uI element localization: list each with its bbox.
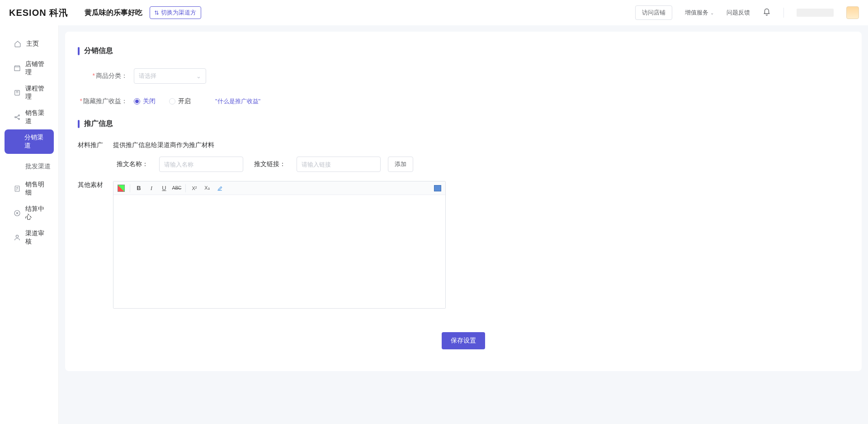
radio-close-label: 关闭: [143, 97, 156, 105]
eraser-icon[interactable]: [215, 183, 225, 193]
row-hide-income: *隐藏推广收益： 关闭 开启 "什么是推广收益": [78, 97, 849, 105]
row-category: *商品分类： 请选择 ⌄: [78, 68, 849, 84]
section-promotion-info: 推广信息: [78, 119, 849, 129]
rich-text-editor: B I U ABC X² X₂: [113, 181, 446, 309]
sidebar-item-store[interactable]: 店铺管理: [5, 56, 54, 81]
superscript-icon[interactable]: X²: [189, 183, 199, 193]
shop-name: 黄瓜味的乐事好吃: [85, 8, 142, 18]
toolbar-separator: [185, 184, 186, 192]
radio-open[interactable]: 开启: [169, 97, 191, 105]
material-desc: 提供推广信息给渠道商作为推广材料: [113, 141, 214, 149]
sidebar-item-label: 分销渠道: [24, 133, 45, 150]
value-service-link[interactable]: 增值服务 ⌄: [685, 9, 714, 17]
material-promo-label: 材料推广: [78, 141, 113, 149]
category-select[interactable]: 请选择 ⌄: [134, 68, 206, 84]
channel-icon: [14, 114, 21, 121]
switch-label: 切换为渠道方: [161, 9, 196, 17]
toolbar-separator: [130, 184, 130, 192]
course-icon: [14, 89, 21, 96]
section-distribution-info: 分销信息: [78, 46, 849, 56]
avatar[interactable]: [846, 6, 859, 19]
header-bar: KESION 科汛 黄瓜味的乐事好吃 ⇄ 切换为渠道方 访问店铺 增值服务 ⌄ …: [0, 0, 868, 25]
subscript-icon[interactable]: X₂: [202, 183, 212, 193]
logo-cn: 科汛: [49, 8, 68, 18]
save-button[interactable]: 保存设置: [442, 332, 485, 349]
header-divider: [783, 8, 784, 18]
sidebar-item-course[interactable]: 课程管理: [5, 81, 54, 105]
sidebar-item-label: 销售渠道: [25, 109, 45, 125]
user-name-placeholder: [797, 9, 834, 17]
sidebar-item-label: 结算中心: [25, 205, 45, 221]
swap-icon: ⇄: [154, 10, 160, 15]
sidebar-item-label: 销售明细: [25, 181, 45, 197]
sidebar-item-label: 渠道审核: [25, 229, 45, 246]
radio-open-label: 开启: [178, 97, 191, 105]
tweet-link-input[interactable]: [297, 157, 381, 172]
sidebar-item-home[interactable]: 主页: [5, 32, 54, 56]
help-link-promotion-income[interactable]: "什么是推广收益": [215, 97, 260, 105]
visit-shop-button[interactable]: 访问店铺: [635, 5, 672, 20]
bell-icon[interactable]: [763, 8, 771, 18]
strikethrough-icon[interactable]: ABC: [172, 183, 182, 193]
detail-icon: [14, 185, 21, 192]
category-label: *商品分类：: [78, 72, 127, 80]
sidebar: 主页 店铺管理 课程管理 销售渠道 • 分销渠道 批发渠道 销售明细 结算中心 …: [0, 25, 59, 424]
radio-dot-icon: [169, 98, 175, 105]
editor-textarea[interactable]: [113, 195, 445, 308]
hide-income-radio-group: 关闭 开启 "什么是推广收益": [134, 97, 260, 105]
settle-icon: [14, 210, 21, 217]
audit-icon: [14, 234, 21, 241]
footer-actions: 保存设置: [78, 332, 849, 349]
radio-close[interactable]: 关闭: [134, 97, 156, 105]
header-right: 访问店铺 增值服务 ⌄ 问题反馈: [635, 5, 859, 20]
home-icon: [14, 40, 22, 48]
sidebar-item-label: 课程管理: [25, 85, 45, 101]
tweet-name-input[interactable]: [159, 157, 243, 172]
sidebar-subitem-wholesale[interactable]: 批发渠道: [5, 157, 54, 176]
svg-point-3: [19, 115, 20, 116]
svg-point-7: [16, 235, 18, 238]
other-material-row: 其他素材 B I U ABC X² X₂: [78, 181, 849, 309]
store-icon: [14, 65, 21, 72]
radio-dot-icon: [134, 98, 140, 105]
select-placeholder: 请选择: [139, 72, 156, 80]
tweet-input-row: 推文名称： 推文链接： 添加: [113, 157, 849, 172]
tweet-link-label: 推文链接：: [250, 160, 286, 168]
logo-en: KESION: [9, 8, 47, 18]
sidebar-item-settlement[interactable]: 结算中心: [5, 201, 54, 225]
editor-toolbar: B I U ABC X² X₂: [113, 181, 445, 195]
switch-channel-button[interactable]: ⇄ 切换为渠道方: [150, 6, 201, 19]
sidebar-item-label: 主页: [26, 40, 39, 48]
fullscreen-icon[interactable]: [433, 183, 443, 193]
tweet-name-label: 推文名称：: [113, 160, 148, 168]
brand-logo: KESION 科汛: [9, 7, 68, 19]
chevron-down-icon: ⌄: [196, 73, 201, 80]
svg-point-2: [15, 117, 16, 118]
bold-icon[interactable]: B: [134, 183, 144, 193]
hide-income-label: *隐藏推广收益：: [78, 97, 127, 105]
main-content: 分销信息 *商品分类： 请选择 ⌄ *隐藏推广收益： 关闭 开启 "什么是推广收…: [59, 25, 868, 424]
svg-rect-0: [14, 67, 20, 71]
sidebar-item-distribution[interactable]: • 分销渠道: [5, 129, 54, 154]
sidebar-item-sales-channel[interactable]: 销售渠道: [5, 105, 54, 129]
sidebar-item-sales-detail[interactable]: 销售明细: [5, 176, 54, 201]
value-service-label: 增值服务: [685, 9, 708, 17]
svg-point-4: [19, 119, 20, 120]
italic-icon[interactable]: I: [146, 183, 156, 193]
sidebar-item-label: 店铺管理: [25, 60, 45, 76]
feedback-link[interactable]: 问题反馈: [726, 9, 750, 17]
underline-icon[interactable]: U: [159, 183, 169, 193]
other-material-label: 其他素材: [78, 181, 113, 189]
add-button[interactable]: 添加: [388, 157, 413, 172]
chevron-down-icon: ⌄: [710, 10, 714, 15]
content-card: 分销信息 *商品分类： 请选择 ⌄ *隐藏推广收益： 关闭 开启 "什么是推广收…: [65, 32, 862, 371]
sidebar-subitem-label: 批发渠道: [25, 162, 51, 171]
color-picker-icon[interactable]: [116, 183, 126, 193]
sidebar-item-audit[interactable]: 渠道审核: [5, 225, 54, 250]
